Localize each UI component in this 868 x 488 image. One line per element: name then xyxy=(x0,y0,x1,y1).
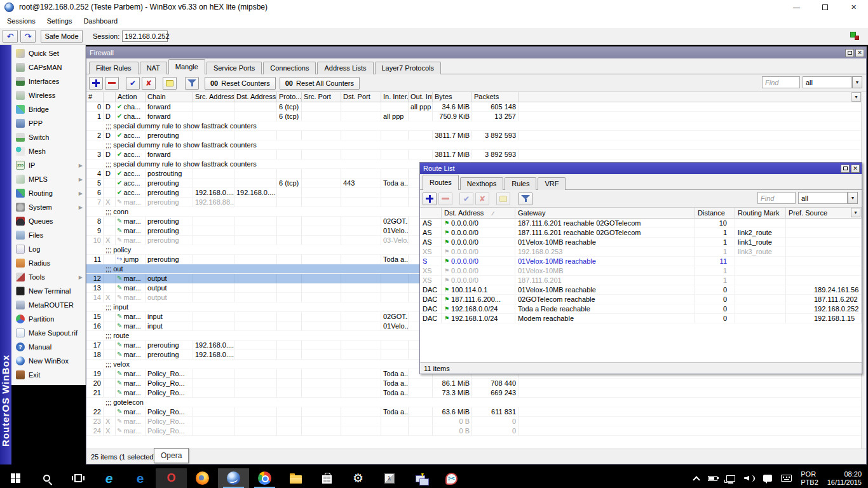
mangle-rule-row[interactable]: 21✎mar...Policy_Ro...Toda a...73.3 MiB66… xyxy=(86,388,866,398)
column-header-out-int-[interactable]: Out. Int... xyxy=(409,92,433,102)
route-row[interactable]: DAC⚑187.111.6.200...02GOTelecom reachabl… xyxy=(420,295,862,304)
sidebar-item-bridge[interactable]: Bridge xyxy=(11,102,85,116)
find-input[interactable] xyxy=(762,76,800,88)
comment-row[interactable]: ;;; gotelecon xyxy=(86,398,866,407)
tab-service-ports[interactable]: Service Ports xyxy=(207,62,262,74)
menu-sessions[interactable]: Sessions xyxy=(1,14,41,28)
route-list-close-button[interactable]: ✕ xyxy=(851,165,860,173)
route-list-restore-button[interactable] xyxy=(841,165,850,173)
sidebar-item-new-terminal[interactable]: New Terminal xyxy=(11,284,85,298)
comment-row[interactable]: ;;; special dummy rule to show fasttrack… xyxy=(86,140,866,150)
column-header-#[interactable]: # xyxy=(86,92,104,102)
menu-dashboard[interactable]: Dashboard xyxy=(78,14,123,28)
disable-rule-button[interactable]: ✘ xyxy=(142,77,156,90)
tab-address-lists[interactable]: Address Lists xyxy=(317,62,373,74)
tab-connections[interactable]: Connections xyxy=(263,62,316,74)
keyboard-icon[interactable] xyxy=(781,475,792,482)
comment-button[interactable] xyxy=(163,77,177,90)
sidebar-item-tools[interactable]: Tools▶ xyxy=(11,270,85,284)
filter-select[interactable]: all xyxy=(803,76,852,88)
sidebar-item-wireless[interactable]: Wireless xyxy=(11,88,85,102)
menu-settings[interactable]: Settings xyxy=(41,14,78,28)
route-row[interactable]: AS⚑0.0.0.0/001Velox-10MB reachable1link1… xyxy=(420,238,862,247)
firewall-titlebar[interactable]: Firewall ✕ xyxy=(86,47,866,58)
sidebar-item-files[interactable]: Files xyxy=(11,228,85,242)
column-select-button[interactable]: ▼ xyxy=(851,208,860,217)
redo-button[interactable]: ↷ xyxy=(20,30,36,43)
close-button[interactable]: ✕ xyxy=(839,0,868,14)
route-row[interactable]: AS⚑0.0.0.0/0187.111.6.201 reachable 02GO… xyxy=(420,219,862,228)
filter-button[interactable] xyxy=(185,77,199,90)
column-header-src-address[interactable]: Src. Address xyxy=(193,92,234,102)
column-header-packets[interactable]: Packets xyxy=(472,92,519,102)
sidebar-item-radius[interactable]: Radius xyxy=(11,256,85,270)
route-row[interactable]: DAC⚑100.114.0.101Velox-10MB reachable018… xyxy=(420,285,862,295)
column-header-chain[interactable]: Chain xyxy=(146,92,193,102)
sidebar-item-ip[interactable]: 255IP▶ xyxy=(11,158,85,172)
tab-mangle[interactable]: Mangle xyxy=(168,59,205,74)
reset-all-counters-button[interactable]: 00Reset All Counters xyxy=(280,77,360,90)
sidebar-item-partition[interactable]: Partition xyxy=(11,312,85,326)
column-header-proto-[interactable]: Proto... xyxy=(277,92,302,102)
mangle-rule-row[interactable]: 0D✔cha...forward6 (tcp)all ppp34.6 MiB60… xyxy=(86,102,866,112)
taskbar-start-button[interactable] xyxy=(0,468,31,488)
sidebar-item-capsman[interactable]: CAPsMAN xyxy=(11,60,85,74)
safe-mode-button[interactable]: Safe Mode xyxy=(41,30,83,43)
mangle-rule-row[interactable]: 24X✎mar...Policy_Ro...0 B0 xyxy=(86,426,866,436)
taskbar-internet-explorer-button[interactable]: e xyxy=(93,468,125,488)
session-value-field[interactable]: 192.168.0.252 xyxy=(122,30,168,42)
column-header-in-inter-[interactable]: In. Inter... xyxy=(381,92,409,102)
tab-rules[interactable]: Rules xyxy=(505,177,536,190)
tab-nexthops[interactable]: Nexthops xyxy=(460,177,503,190)
route-list-titlebar[interactable]: Route List ✕ xyxy=(420,163,862,174)
tab-layer7-protocols[interactable]: Layer7 Protocols xyxy=(375,62,442,74)
sidebar-item-system[interactable]: System▶ xyxy=(11,200,85,214)
minimize-button[interactable]: — xyxy=(782,0,811,14)
add-rule-button[interactable] xyxy=(89,77,103,90)
remove-rule-button[interactable] xyxy=(105,77,119,90)
taskbar-search-button[interactable] xyxy=(31,468,62,488)
filter-button[interactable] xyxy=(519,193,532,205)
sidebar-item-mpls[interactable]: MPLS▶ xyxy=(11,172,85,186)
sidebar-item-new-winbox[interactable]: New WinBox xyxy=(11,354,85,368)
route-row[interactable]: XS⚑0.0.0.0/001Velox-10MB1 xyxy=(420,266,862,276)
taskbar-edge-button[interactable]: e xyxy=(125,468,156,488)
tab-filter-rules[interactable]: Filter Rules xyxy=(89,62,139,74)
column-header-routing-mark[interactable]: Routing Mark xyxy=(735,208,786,219)
clock[interactable]: 08:20 16/11/2015 xyxy=(827,470,862,487)
taskbar-store-button[interactable] xyxy=(311,468,342,488)
sidebar-item-switch[interactable]: Switch xyxy=(11,130,85,144)
column-header-dst-address[interactable]: Dst. Address xyxy=(234,92,277,102)
sidebar-item-manual[interactable]: ?Manual xyxy=(11,340,85,354)
sidebar-item-ppp[interactable]: PPP xyxy=(11,116,85,130)
firewall-close-button[interactable]: ✕ xyxy=(855,49,864,57)
sidebar-item-routing[interactable]: Routing▶ xyxy=(11,186,85,200)
sidebar-item-log[interactable]: Log xyxy=(11,242,85,256)
sidebar-item-interfaces[interactable]: Interfaces xyxy=(11,74,85,88)
column-header-dst-address[interactable]: Dst. Address∕ xyxy=(442,208,515,219)
battery-icon[interactable] xyxy=(708,476,717,481)
find-input[interactable] xyxy=(757,192,796,204)
sidebar-item-quick-set[interactable]: Quick Set xyxy=(11,46,85,60)
taskbar-putty-button[interactable] xyxy=(405,468,436,488)
tab-vrf[interactable]: VRF xyxy=(538,177,566,190)
column-header-dst-port[interactable]: Dst. Port xyxy=(341,92,381,102)
filter-dropdown-button[interactable]: ▼ xyxy=(848,192,858,204)
column-header-flags[interactable] xyxy=(104,92,116,102)
tray-expand-icon[interactable] xyxy=(693,476,700,483)
mangle-rule-row[interactable]: 3D✔acc...forward3811.7 MiB3 892 593 xyxy=(86,150,866,159)
enable-rule-button[interactable]: ✔ xyxy=(126,77,140,90)
route-row[interactable]: XS⚑0.0.0.0/0192.168.0.2531link3_route xyxy=(420,247,862,257)
sidebar-item-metarouter[interactable]: MetaROUTER xyxy=(11,298,85,312)
mangle-rule-row[interactable]: 23X✎mar...Policy_Ro...0 B0 xyxy=(86,417,866,426)
mangle-rule-row[interactable]: 20✎mar...Policy_Ro...Toda a...86.1 MiB70… xyxy=(86,379,866,388)
route-row[interactable]: XS⚑0.0.0.0/0187.111.6.2011 xyxy=(420,276,862,285)
taskbar-task-view-button[interactable] xyxy=(62,468,93,488)
firewall-restore-button[interactable] xyxy=(845,49,854,57)
taskbar-opera-button[interactable]: O xyxy=(156,468,187,488)
route-row[interactable]: S⚑0.0.0.0/001Velox-10MB reachable11 xyxy=(420,257,862,266)
column-header-distance[interactable]: Distance xyxy=(695,208,735,219)
remove-route-button[interactable] xyxy=(438,193,452,205)
taskbar-settings-button[interactable]: ⚙ xyxy=(342,468,374,488)
sidebar-item-make-supout[interactable]: Make Supout.rif xyxy=(11,326,85,340)
